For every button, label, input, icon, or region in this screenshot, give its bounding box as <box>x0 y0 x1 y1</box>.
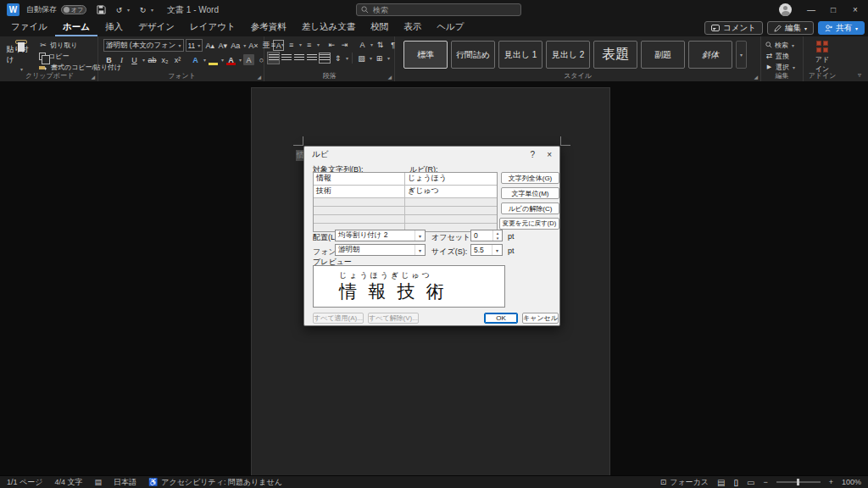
base-text-field[interactable] <box>314 207 405 214</box>
paragraph-dialog-launcher[interactable]: ◢ <box>387 74 392 80</box>
char-unit-button[interactable]: 文字単位(M) <box>501 187 559 199</box>
dialog-help-icon[interactable]: ? <box>531 150 536 159</box>
shrink-font-icon[interactable]: A▾ <box>217 40 228 51</box>
tab-file[interactable]: ファイル <box>3 19 55 36</box>
minimize-button[interactable]: — <box>802 1 821 19</box>
offset-spinner[interactable]: 0 ▴▾ <box>470 230 503 241</box>
undo-changes-button[interactable]: 変更を元に戻す(D) <box>499 218 559 230</box>
editing-mode-button[interactable]: 編集 ▾ <box>767 21 814 35</box>
highlight-icon[interactable] <box>208 54 219 65</box>
share-button[interactable]: 共有 ▾ <box>818 21 865 35</box>
font-dialog-launcher[interactable]: ◢ <box>257 74 261 80</box>
undo-icon[interactable]: ↺ <box>114 4 125 15</box>
change-case-icon[interactable]: Aa <box>230 40 241 51</box>
ruby-text-field[interactable] <box>405 198 497 206</box>
styles-gallery-more-icon[interactable]: ▾ <box>736 41 747 69</box>
justify-icon[interactable] <box>306 53 317 64</box>
zoom-slider[interactable] <box>776 481 821 483</box>
dialog-close-icon[interactable]: × <box>547 150 552 159</box>
line-spacing-icon[interactable]: ⇕ <box>332 53 343 64</box>
page-indicator[interactable]: 1/1 ページ <box>7 477 42 488</box>
accessibility-status[interactable]: ♿ アクセシビリティ: 問題ありません <box>148 477 282 488</box>
word-count[interactable]: 4/4 文字 <box>54 477 82 488</box>
numbering-icon[interactable]: ≡ <box>286 39 297 50</box>
italic-icon[interactable]: I <box>116 54 127 65</box>
increase-indent-icon[interactable]: ⇥ <box>339 39 350 50</box>
proofing-icon[interactable]: ▤ <box>94 478 102 486</box>
tab-insert[interactable]: 挿入 <box>97 19 131 36</box>
decrease-indent-icon[interactable]: ⇤ <box>326 39 337 50</box>
autosave-toggle[interactable]: オフ <box>61 5 86 14</box>
paste-button[interactable]: 貼り付け ▾ <box>7 40 36 72</box>
superscript-icon[interactable]: x² <box>172 54 183 65</box>
tab-design[interactable]: デザイン <box>131 19 182 36</box>
ruby-text-field[interactable]: じょうほう <box>405 173 497 185</box>
align-right-icon[interactable] <box>293 53 304 64</box>
remove-all-button[interactable]: すべて解除(V)... <box>368 313 419 324</box>
tab-review[interactable]: 校閲 <box>363 19 396 36</box>
sort-icon[interactable]: ⇅ <box>375 39 386 50</box>
base-text-field[interactable]: 技術 <box>314 186 405 197</box>
ruby-text-field[interactable] <box>405 207 497 214</box>
underline-icon[interactable]: U <box>129 54 140 65</box>
bold-icon[interactable]: B <box>103 54 114 65</box>
text-effects-icon[interactable]: A <box>190 54 201 65</box>
borders-icon[interactable]: ⊞ <box>374 53 385 64</box>
character-shading-icon[interactable]: A <box>243 54 254 65</box>
strikethrough-icon[interactable]: ab <box>147 54 158 65</box>
focus-mode-button[interactable]: ⊡ フォーカス <box>660 477 709 488</box>
base-text-field[interactable] <box>314 198 405 206</box>
search-input[interactable] <box>373 6 500 14</box>
distribute-icon[interactable] <box>319 53 331 64</box>
base-text-field[interactable]: 情報 <box>314 173 405 185</box>
styles-dialog-launcher[interactable]: ◢ <box>754 74 758 80</box>
tab-references[interactable]: 参考資料 <box>243 19 294 36</box>
quick-access-customize-icon[interactable]: ▾ <box>151 7 153 13</box>
bullets-icon[interactable]: ≡ <box>268 39 279 50</box>
ruby-text-field[interactable]: ぎじゅつ <box>405 186 497 197</box>
web-layout-icon[interactable]: ▭ <box>747 478 754 487</box>
clear-formatting-icon[interactable]: A× <box>248 40 259 51</box>
tab-home[interactable]: ホーム <box>55 19 97 36</box>
base-text-field[interactable] <box>314 215 405 223</box>
shading-icon[interactable]: ▨ <box>356 53 367 64</box>
print-layout-icon[interactable]: ▯ <box>733 478 738 487</box>
zoom-out-icon[interactable]: − <box>763 478 767 486</box>
style-italic[interactable]: 斜体 <box>688 41 732 69</box>
style-heading2[interactable]: 見出し 2 <box>546 41 590 69</box>
replace-button[interactable]: ⇄ 置換 <box>765 51 803 61</box>
zoom-slider-thumb[interactable] <box>797 479 799 485</box>
subscript-icon[interactable]: x₂ <box>159 54 170 65</box>
maximize-button[interactable]: □ <box>824 1 843 19</box>
align-left-icon[interactable] <box>268 53 279 64</box>
tab-view[interactable]: 表示 <box>396 19 429 36</box>
collapse-ribbon-icon[interactable]: ▿ <box>858 71 861 79</box>
read-mode-icon[interactable]: ▤ <box>717 478 725 487</box>
ok-button[interactable]: OK <box>484 313 518 324</box>
tab-help[interactable]: ヘルプ <box>429 19 471 36</box>
language-indicator[interactable]: 日本語 <box>114 477 136 488</box>
zoom-in-icon[interactable]: + <box>829 478 833 486</box>
close-button[interactable]: × <box>846 1 865 19</box>
whole-string-button[interactable]: 文字列全体(G) <box>501 172 559 184</box>
redo-icon[interactable]: ↻ <box>137 4 148 15</box>
font-name-combobox[interactable]: 游明朝 (本文のフォン▾ <box>103 39 184 52</box>
multilevel-list-icon[interactable]: ≡ <box>303 39 314 50</box>
ruby-size-combobox[interactable]: 5.5▾ <box>470 244 503 256</box>
save-icon[interactable] <box>97 5 106 14</box>
account-avatar[interactable] <box>779 3 792 16</box>
style-normal[interactable]: 標準 <box>403 41 448 69</box>
font-color-icon[interactable]: A <box>225 54 236 65</box>
style-title[interactable]: 表題 <box>593 41 637 69</box>
apply-all-button[interactable]: すべて適用(A)... <box>313 313 364 324</box>
undo-dropdown-icon[interactable]: ▾ <box>127 7 130 13</box>
grow-font-icon[interactable]: A▴ <box>204 40 215 51</box>
tab-layout[interactable]: レイアウト <box>182 19 243 36</box>
zoom-level[interactable]: 100% <box>842 478 861 486</box>
comments-button[interactable]: コメント <box>704 21 763 35</box>
style-no-spacing[interactable]: 行間詰め <box>451 41 495 69</box>
search-box[interactable] <box>356 3 521 16</box>
font-size-combobox[interactable]: 11▾ <box>186 39 203 52</box>
alignment-combobox[interactable]: 均等割り付け 2▾ <box>335 230 426 241</box>
autosave-control[interactable]: 自動保存 オフ <box>26 4 86 15</box>
